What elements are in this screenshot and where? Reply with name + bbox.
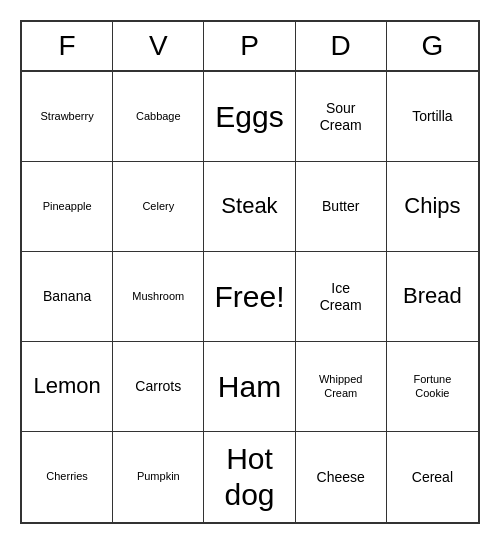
bingo-grid: StrawberryCabbageEggsSourCreamTortillaPi… [22,72,478,522]
cell-text-r3-c4: FortuneCookie [413,373,451,399]
cell-r4-c0: Cherries [22,432,113,522]
cell-r3-c4: FortuneCookie [387,342,478,432]
cell-text-r0-c4: Tortilla [412,108,452,125]
cell-text-r1-c0: Pineapple [43,200,92,213]
cell-text-r3-c0: Lemon [33,373,100,399]
cell-r1-c2: Steak [204,162,295,252]
cell-text-r3-c3: WhippedCream [319,373,362,399]
cell-text-r1-c1: Celery [142,200,174,213]
cell-r0-c4: Tortilla [387,72,478,162]
cell-r0-c2: Eggs [204,72,295,162]
cell-text-r1-c3: Butter [322,198,359,215]
cell-r2-c4: Bread [387,252,478,342]
header-col-d: D [296,22,387,70]
cell-r1-c4: Chips [387,162,478,252]
cell-r1-c1: Celery [113,162,204,252]
cell-text-r1-c4: Chips [404,193,460,219]
cell-text-r2-c0: Banana [43,288,91,305]
cell-r3-c3: WhippedCream [296,342,387,432]
cell-r2-c3: IceCream [296,252,387,342]
cell-r4-c2: Hotdog [204,432,295,522]
header-col-g: G [387,22,478,70]
cell-text-r0-c3: SourCream [320,100,362,134]
header-col-v: V [113,22,204,70]
cell-r3-c1: Carrots [113,342,204,432]
cell-text-r3-c2: Ham [218,369,281,405]
cell-text-r4-c1: Pumpkin [137,470,180,483]
cell-text-r4-c0: Cherries [46,470,88,483]
cell-r3-c2: Ham [204,342,295,432]
cell-text-r2-c4: Bread [403,283,462,309]
cell-text-r0-c1: Cabbage [136,110,181,123]
cell-text-r2-c3: IceCream [320,280,362,314]
cell-text-r3-c1: Carrots [135,378,181,395]
cell-r3-c0: Lemon [22,342,113,432]
cell-r1-c0: Pineapple [22,162,113,252]
cell-text-r2-c1: Mushroom [132,290,184,303]
header-col-f: F [22,22,113,70]
cell-text-r0-c0: Strawberry [41,110,94,123]
cell-r4-c4: Cereal [387,432,478,522]
cell-text-r2-c2: Free! [214,279,284,315]
cell-text-r4-c2: Hotdog [224,441,274,513]
cell-text-r4-c3: Cheese [317,469,365,486]
cell-r0-c0: Strawberry [22,72,113,162]
cell-r2-c2: Free! [204,252,295,342]
cell-text-r0-c2: Eggs [215,99,283,135]
header-col-p: P [204,22,295,70]
cell-text-r1-c2: Steak [221,193,277,219]
bingo-header: FVPDG [22,22,478,72]
cell-r2-c1: Mushroom [113,252,204,342]
cell-r4-c1: Pumpkin [113,432,204,522]
cell-r0-c3: SourCream [296,72,387,162]
cell-text-r4-c4: Cereal [412,469,453,486]
cell-r4-c3: Cheese [296,432,387,522]
bingo-card: FVPDG StrawberryCabbageEggsSourCreamTort… [20,20,480,524]
cell-r2-c0: Banana [22,252,113,342]
cell-r1-c3: Butter [296,162,387,252]
cell-r0-c1: Cabbage [113,72,204,162]
